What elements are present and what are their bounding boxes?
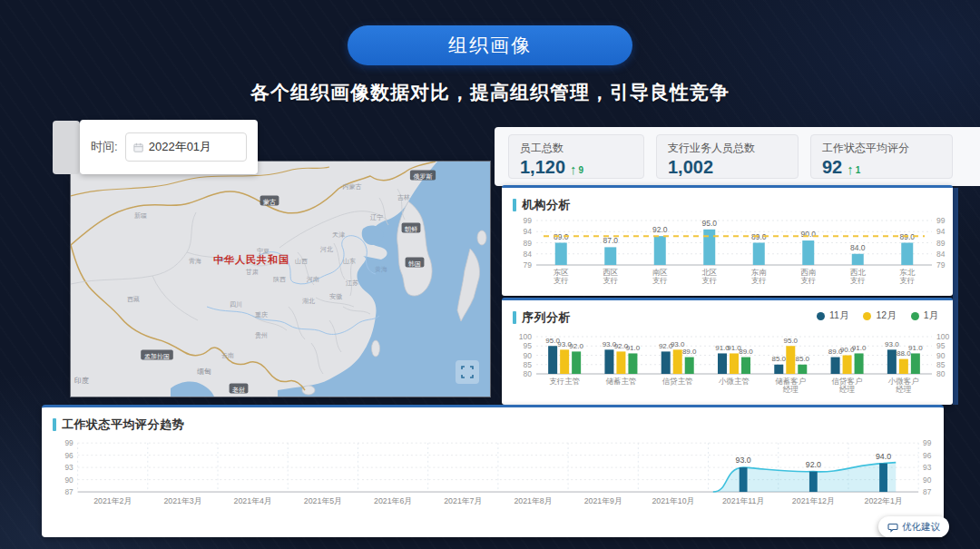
trend-bar — [879, 464, 887, 492]
svg-text:90: 90 — [64, 475, 74, 485]
kpi-delta: 1 — [856, 166, 861, 175]
seq-bar — [604, 349, 613, 374]
map-province-label: 河南 — [306, 276, 319, 283]
inst-bar — [555, 243, 567, 266]
map-sea-label: 黄海 — [375, 266, 387, 273]
svg-text:96: 96 — [64, 451, 74, 460]
inst-bar — [901, 243, 913, 266]
svg-text:99: 99 — [64, 438, 74, 447]
up-arrow-icon: ↑ — [847, 162, 854, 176]
sequence-analysis-panel: 序列分析 11月12月1月 808085859090959510010095.0… — [502, 298, 953, 405]
kpi-card: 工作状态平均评分92↑1 — [810, 134, 953, 179]
map-province-label: 陕西 — [273, 276, 286, 283]
map-fullscreen-button[interactable] — [456, 360, 479, 384]
map-japan-island — [477, 230, 486, 245]
optimize-suggestion-button[interactable]: 优化建议 — [878, 516, 949, 537]
map-province-label: 吉林 — [397, 194, 410, 201]
svg-text:80: 80 — [524, 369, 533, 378]
kpi-value-row: 92↑1 — [822, 158, 941, 176]
inst-bar — [852, 254, 864, 265]
filter-panel-backplate — [53, 121, 80, 174]
seq-bar — [774, 365, 783, 374]
svg-text:经理: 经理 — [783, 385, 799, 394]
svg-text:96: 96 — [923, 451, 932, 460]
map-province-label: 青海 — [189, 258, 201, 265]
svg-text:支行: 支行 — [751, 276, 767, 285]
map-country-badge-label: 朝鲜 — [404, 226, 417, 232]
legend-dot — [863, 312, 871, 320]
svg-text:2021年10月: 2021年10月 — [652, 496, 694, 505]
kpi-label: 员工总数 — [520, 141, 632, 156]
inst-bar — [604, 247, 616, 265]
svg-text:85: 85 — [936, 360, 946, 369]
seq-bar — [628, 353, 637, 374]
seq-bar — [548, 346, 557, 374]
map-taiwan — [372, 340, 380, 357]
kpi-value-row: 1,120↑9 — [520, 158, 632, 176]
map-country-badge-label: 俄罗斯 — [414, 173, 433, 181]
institution-analysis-panel: 机构分析 7979848489899494999989.087.092.095.… — [502, 185, 953, 296]
svg-text:信贷主管: 信贷主管 — [662, 377, 693, 386]
svg-text:支行: 支行 — [701, 276, 717, 285]
time-picker[interactable] — [125, 132, 247, 162]
svg-text:2021年3月: 2021年3月 — [163, 496, 201, 505]
svg-text:2021年9月: 2021年9月 — [584, 496, 622, 505]
svg-text:92.0: 92.0 — [652, 225, 668, 234]
chat-bubble-icon — [887, 522, 898, 533]
svg-text:99: 99 — [936, 216, 946, 225]
svg-text:85: 85 — [524, 360, 533, 369]
svg-text:支行: 支行 — [800, 276, 816, 285]
trend-bar — [809, 472, 818, 492]
seq-bar — [572, 351, 581, 374]
svg-text:支行: 支行 — [850, 276, 866, 285]
svg-text:2021年7月: 2021年7月 — [444, 496, 482, 505]
trend-area-chart: 878790909393969699992021年2月2021年3月2021年4… — [42, 407, 944, 537]
kpi-label: 工作状态平均评分 — [822, 141, 941, 156]
map-province-label: 贵州 — [255, 332, 268, 339]
map-province-label: 新疆 — [134, 211, 147, 220]
kpi-label: 支行业务人员总数 — [668, 141, 787, 156]
map-country-badge-label: 老挝 — [232, 387, 245, 394]
svg-text:85.0: 85.0 — [771, 355, 786, 363]
page-subtitle: 各个组织画像数据对比，提高组织管理，引导良性竞争 — [0, 80, 980, 105]
legend-label: 11月 — [829, 309, 848, 322]
seq-bar — [685, 358, 694, 374]
seq-bar — [831, 358, 840, 374]
inst-bar — [753, 243, 765, 266]
svg-text:95.0: 95.0 — [783, 337, 798, 345]
time-filter-label: 时间: — [91, 139, 118, 155]
china-map: 中华人民共和国新疆西藏青海甘肃内蒙古宁夏陕西山西河北天津山东河南江苏安徽湖北四川… — [71, 162, 490, 397]
right-accent-strip — [953, 188, 958, 405]
svg-text:2022年1月: 2022年1月 — [865, 496, 903, 505]
svg-text:支行: 支行 — [554, 276, 569, 285]
inst-bar — [703, 230, 715, 265]
map-province-label: 宁夏 — [257, 248, 270, 255]
map-province-label: 江苏 — [346, 279, 358, 287]
svg-text:79: 79 — [524, 260, 533, 270]
kpi-value: 1,002 — [668, 158, 713, 176]
svg-text:80: 80 — [936, 369, 946, 378]
legend-label: 1月 — [924, 309, 938, 322]
institution-bar-chart: 7979848489899494999989.087.092.095.089.0… — [502, 188, 953, 296]
legend-label: 12月 — [876, 309, 896, 322]
svg-text:93.0: 93.0 — [736, 456, 751, 465]
seq-bar — [786, 346, 795, 374]
svg-text:2021年8月: 2021年8月 — [514, 496, 552, 505]
seq-bar — [741, 358, 750, 374]
map-province-label: 重庆 — [255, 311, 268, 318]
time-input[interactable] — [149, 141, 239, 154]
legend-dot — [911, 312, 919, 320]
map-province-label: 河北 — [319, 246, 333, 253]
svg-text:94.0: 94.0 — [876, 452, 891, 461]
svg-text:92.0: 92.0 — [806, 460, 821, 469]
svg-text:99: 99 — [923, 438, 932, 447]
svg-text:89.0: 89.0 — [682, 348, 697, 356]
page-title-button[interactable]: 组织画像 — [348, 25, 632, 65]
svg-text:95: 95 — [936, 341, 946, 350]
svg-text:100: 100 — [519, 332, 532, 341]
seq-bar — [887, 349, 897, 374]
svg-text:91.0: 91.0 — [908, 344, 923, 352]
seq-bar — [855, 353, 864, 374]
legend-dot — [817, 312, 825, 320]
map-province-label: 西藏 — [127, 296, 140, 303]
